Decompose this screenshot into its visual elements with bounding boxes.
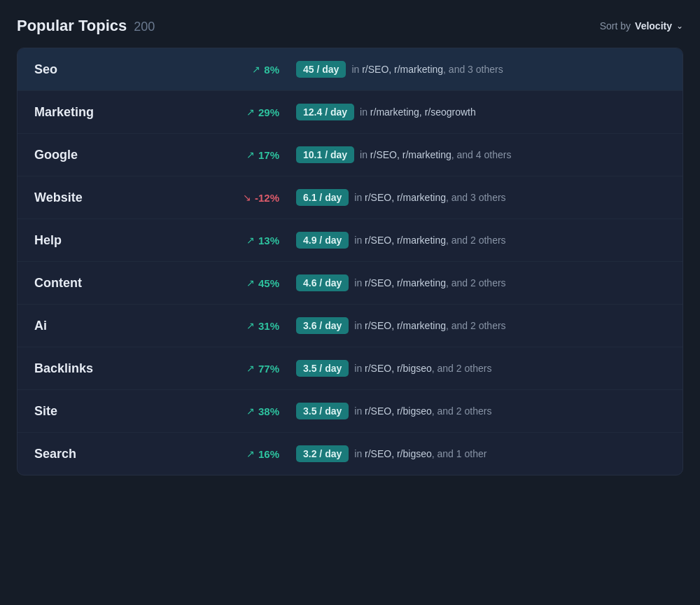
- rate-number: 3.5: [303, 405, 316, 417]
- topic-name: Website: [34, 190, 188, 205]
- topic-row[interactable]: Help ↗ 13% 4.9 / day in r/SEO, r/marketi…: [18, 219, 682, 262]
- arrow-up-icon: ↗: [246, 448, 255, 459]
- topic-detail: 4.6 / day in r/SEO, r/marketing, and 2 o…: [279, 274, 666, 291]
- rate-unit: / day: [319, 405, 342, 417]
- arrow-up-icon: ↗: [246, 149, 255, 160]
- arrow-down-icon: ↘: [243, 192, 251, 203]
- topic-detail: 45 / day in r/SEO, r/marketing, and 3 ot…: [279, 61, 666, 78]
- subreddit-list: r/SEO, r/bigseo: [365, 405, 432, 417]
- topic-name: Google: [34, 148, 188, 162]
- rate-context: in r/SEO, r/marketing, and 3 others: [354, 192, 505, 203]
- rate-badge: 3.6 / day: [296, 317, 349, 334]
- topic-name: Marketing: [34, 105, 188, 120]
- topic-row[interactable]: Google ↗ 17% 10.1 / day in r/SEO, r/mark…: [18, 134, 682, 176]
- topic-velocity: ↗ 29%: [188, 106, 279, 118]
- topics-list: Seo ↗ 8% 45 / day in r/SEO, r/marketing,…: [17, 48, 683, 475]
- velocity-percent: 13%: [258, 235, 279, 246]
- topic-row[interactable]: Content ↗ 45% 4.6 / day in r/SEO, r/mark…: [18, 262, 682, 305]
- velocity-percent: -12%: [255, 192, 279, 204]
- rate-badge: 10.1 / day: [296, 146, 354, 163]
- rate-unit: / day: [325, 149, 347, 160]
- rate-context: in r/SEO, r/bigseo, and 1 other: [354, 448, 486, 459]
- arrow-up-icon: ↗: [246, 235, 255, 246]
- subreddit-list: r/SEO, r/marketing: [370, 149, 451, 160]
- rate-number: 3.6: [303, 320, 316, 331]
- arrow-up-icon: ↗: [246, 320, 255, 331]
- velocity-percent: 31%: [258, 320, 279, 332]
- topic-velocity: ↗ 16%: [188, 448, 279, 460]
- rate-unit: / day: [319, 235, 342, 246]
- subreddit-list: r/marketing, r/seogrowth: [370, 106, 476, 118]
- rate-context: in r/SEO, r/bigseo, and 2 others: [354, 405, 491, 417]
- topic-row[interactable]: Seo ↗ 8% 45 / day in r/SEO, r/marketing,…: [18, 48, 682, 91]
- rate-context: in r/SEO, r/marketing, and 2 others: [354, 277, 505, 288]
- subreddit-list: r/SEO, r/marketing: [365, 277, 446, 288]
- topic-detail: 4.9 / day in r/SEO, r/marketing, and 2 o…: [279, 232, 666, 249]
- topic-name: Site: [34, 404, 188, 419]
- topic-name: Seo: [34, 62, 188, 77]
- topic-detail: 3.5 / day in r/SEO, r/bigseo, and 2 othe…: [279, 360, 666, 377]
- rate-context: in r/SEO, r/marketing, and 2 others: [354, 320, 505, 331]
- velocity-percent: 8%: [264, 64, 279, 76]
- topic-detail: 6.1 / day in r/SEO, r/marketing, and 3 o…: [279, 189, 666, 206]
- rate-badge: 4.9 / day: [296, 232, 349, 249]
- topic-velocity: ↗ 31%: [188, 320, 279, 332]
- topic-row[interactable]: Website ↘ -12% 6.1 / day in r/SEO, r/mar…: [18, 176, 682, 219]
- topic-name: Backlinks: [34, 361, 188, 376]
- topic-detail: 3.5 / day in r/SEO, r/bigseo, and 2 othe…: [279, 403, 666, 419]
- rate-number: 6.1: [303, 192, 316, 203]
- topic-detail: 10.1 / day in r/SEO, r/marketing, and 4 …: [279, 146, 666, 163]
- rate-badge: 3.5 / day: [296, 403, 349, 419]
- rate-unit: / day: [319, 448, 342, 459]
- rate-number: 45: [303, 64, 314, 75]
- header-left: Popular Topics 200: [17, 17, 155, 35]
- rate-number: 3.2: [303, 448, 316, 459]
- sort-by-label: Sort by: [600, 20, 631, 32]
- rate-badge: 45 / day: [296, 61, 346, 78]
- rate-number: 4.9: [303, 235, 316, 246]
- rate-unit: / day: [316, 64, 339, 75]
- topic-detail: 3.6 / day in r/SEO, r/marketing, and 2 o…: [279, 317, 666, 334]
- rate-badge: 12.4 / day: [296, 104, 354, 120]
- topic-row[interactable]: Marketing ↗ 29% 12.4 / day in r/marketin…: [18, 91, 682, 134]
- topic-row[interactable]: Backlinks ↗ 77% 3.5 / day in r/SEO, r/bi…: [18, 347, 682, 390]
- topic-row[interactable]: Ai ↗ 31% 3.6 / day in r/SEO, r/marketing…: [18, 305, 682, 347]
- rate-number: 12.4: [303, 106, 322, 118]
- sort-by-control[interactable]: Sort by Velocity ⌄: [600, 20, 683, 32]
- topic-velocity: ↗ 77%: [188, 363, 279, 375]
- topic-detail: 3.2 / day in r/SEO, r/bigseo, and 1 othe…: [279, 445, 666, 462]
- rate-number: 4.6: [303, 277, 316, 288]
- topic-count: 200: [134, 20, 155, 34]
- arrow-up-icon: ↗: [252, 64, 260, 75]
- page-title: Popular Topics: [17, 17, 127, 35]
- velocity-percent: 38%: [258, 405, 279, 417]
- arrow-up-icon: ↗: [246, 106, 255, 118]
- rate-number: 10.1: [303, 149, 322, 160]
- rate-context: in r/SEO, r/marketing, and 4 others: [360, 149, 511, 160]
- topic-name: Content: [34, 276, 188, 291]
- topic-name: Search: [34, 447, 188, 461]
- velocity-percent: 29%: [258, 106, 279, 118]
- velocity-percent: 16%: [258, 448, 279, 460]
- page-header: Popular Topics 200 Sort by Velocity ⌄: [17, 17, 683, 35]
- rate-unit: / day: [319, 320, 342, 331]
- subreddit-list: r/SEO, r/bigseo: [365, 363, 432, 374]
- rate-context: in r/SEO, r/marketing, and 2 others: [354, 235, 505, 246]
- topic-name: Ai: [34, 319, 188, 333]
- velocity-percent: 45%: [258, 277, 279, 289]
- topic-velocity: ↗ 8%: [188, 64, 279, 76]
- subreddit-list: r/SEO, r/marketing: [365, 235, 446, 246]
- rate-number: 3.5: [303, 363, 316, 374]
- velocity-percent: 17%: [258, 149, 279, 161]
- sort-by-value: Velocity: [635, 20, 672, 32]
- topic-velocity: ↗ 45%: [188, 277, 279, 289]
- rate-context: in r/marketing, r/seogrowth: [360, 106, 476, 118]
- topic-row[interactable]: Search ↗ 16% 3.2 / day in r/SEO, r/bigse…: [18, 433, 682, 475]
- topic-velocity: ↗ 13%: [188, 235, 279, 246]
- arrow-up-icon: ↗: [246, 363, 255, 374]
- subreddit-list: r/SEO, r/marketing: [365, 192, 446, 203]
- topic-row[interactable]: Site ↗ 38% 3.5 / day in r/SEO, r/bigseo,…: [18, 390, 682, 433]
- rate-unit: / day: [319, 192, 342, 203]
- rate-unit: / day: [325, 106, 347, 118]
- subreddit-list: r/SEO, r/bigseo: [365, 448, 432, 459]
